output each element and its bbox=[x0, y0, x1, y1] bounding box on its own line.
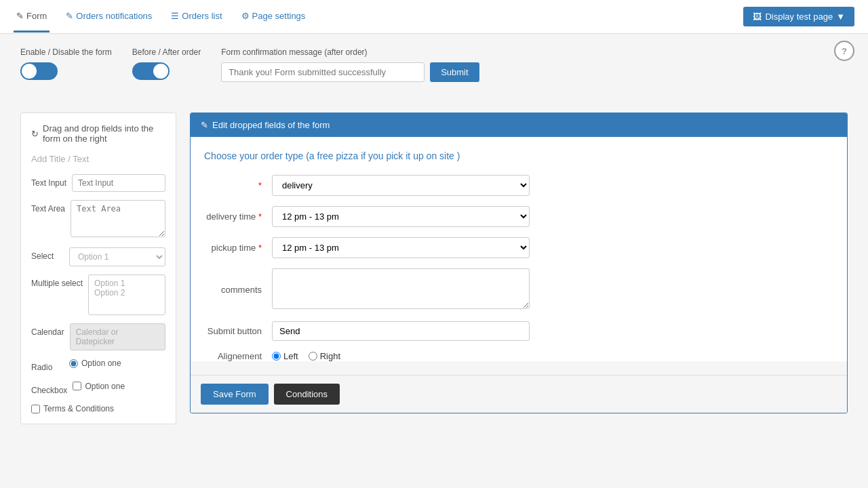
before-after-label: Before / After order bbox=[132, 47, 201, 57]
submit-confirm-button[interactable]: Submit bbox=[430, 62, 479, 82]
select-input[interactable]: Option 1 bbox=[69, 247, 165, 266]
text-input[interactable] bbox=[72, 174, 165, 192]
monitor-icon: 🖼 bbox=[753, 12, 762, 22]
radio-field-row: Radio Option one bbox=[31, 359, 165, 373]
display-test-page-button[interactable]: 🖼 Display test page ▼ bbox=[743, 7, 854, 26]
form-desc-start: Choose your order type (a free pizza bbox=[204, 150, 361, 161]
radio-option: Option one bbox=[69, 359, 165, 368]
right-panel-header: ✎ Edit dropped fields of the form bbox=[191, 113, 847, 137]
radio-label: Radio bbox=[31, 359, 64, 373]
panels-container: ↻ Drag and drop fields into the form on … bbox=[20, 113, 848, 424]
checkbox-input[interactable] bbox=[73, 382, 81, 390]
text-area-control bbox=[71, 200, 165, 239]
multiple-select-label: Multiple select bbox=[31, 274, 83, 289]
nav-form-label: Form bbox=[26, 11, 47, 21]
before-after-toggle-group: Before / After order bbox=[132, 47, 201, 80]
add-title-text: Add Title / Text bbox=[31, 154, 165, 164]
multiple-select-control: Option 1 Option 2 bbox=[88, 274, 165, 315]
delivery-time-row: delivery time * 12 pm - 13 pm 13 pm - 14… bbox=[204, 206, 833, 227]
order-type-label: * bbox=[204, 180, 272, 190]
nav-orders-list[interactable]: ☰ Orders list bbox=[168, 1, 224, 33]
toggle-knob-2 bbox=[153, 64, 168, 79]
radio-label-text: Radio bbox=[31, 363, 52, 372]
comments-label: comments bbox=[204, 285, 272, 295]
confirmation-label: Form confirmation message (after order) bbox=[221, 47, 479, 57]
nav-orders-list-label: Orders list bbox=[182, 11, 222, 21]
confirmation-message-input[interactable] bbox=[221, 62, 425, 82]
select-field-row: Select Option 1 bbox=[31, 247, 165, 266]
pickup-time-control: 12 pm - 13 pm 13 pm - 14 pm bbox=[272, 237, 530, 258]
text-area-label-text: Text Area bbox=[31, 204, 65, 214]
confirmation-section: Form confirmation message (after order) … bbox=[221, 47, 479, 82]
main-content: Enable / Disable the form Before / After… bbox=[0, 34, 868, 438]
left-panel: ↻ Drag and drop fields into the form on … bbox=[20, 113, 176, 424]
drag-icon: ↻ bbox=[31, 129, 39, 139]
controls-row: Enable / Disable the form Before / After… bbox=[20, 47, 848, 96]
checkbox-label-text: Checkbox bbox=[31, 386, 67, 395]
align-right-label: Right bbox=[320, 351, 340, 361]
alignment-row: Alignement Left Right bbox=[204, 351, 833, 361]
form-description: Choose your order type (a free pizza if … bbox=[204, 150, 833, 161]
top-navigation: ✎ Form ✎ Orders notifications ☰ Orders l… bbox=[0, 0, 868, 34]
checkbox-control: Option one bbox=[73, 382, 165, 391]
left-panel-title: ↻ Drag and drop fields into the form on … bbox=[31, 123, 165, 144]
nav-orders-notifications-label: Orders notifications bbox=[76, 11, 152, 21]
align-left-radio[interactable] bbox=[272, 352, 281, 361]
required-star: * bbox=[258, 180, 262, 190]
terms-row: Terms & Conditions bbox=[31, 404, 165, 413]
checkbox-field-row: Checkbox Option one bbox=[31, 382, 165, 396]
submit-button-input[interactable] bbox=[272, 321, 530, 341]
orders-notifications-icon: ✎ bbox=[66, 11, 73, 21]
nav-page-settings-label: Page settings bbox=[252, 11, 306, 21]
terms-label: Terms & Conditions bbox=[43, 404, 114, 413]
comments-control bbox=[272, 268, 530, 311]
text-area-field-row: Text Area bbox=[31, 200, 165, 239]
order-type-row: * delivery pickup bbox=[204, 175, 833, 196]
terms-checkbox[interactable] bbox=[31, 405, 40, 413]
left-panel-title-text: Drag and drop fields into the form on th… bbox=[43, 123, 165, 144]
delivery-required: * bbox=[258, 211, 262, 222]
multiple-select-field-row: Multiple select Option 1 Option 2 bbox=[31, 274, 165, 315]
comments-textarea[interactable] bbox=[272, 268, 530, 309]
text-area-input[interactable] bbox=[71, 200, 165, 237]
radio-input[interactable] bbox=[69, 359, 78, 368]
orders-list-icon: ☰ bbox=[171, 11, 179, 21]
calendar-field-row: Calendar Calendar or Datepicker bbox=[31, 323, 165, 350]
conditions-button[interactable]: Conditions bbox=[274, 384, 340, 405]
checkbox-option-label: Option one bbox=[85, 382, 125, 391]
pickup-time-select[interactable]: 12 pm - 13 pm 13 pm - 14 pm bbox=[272, 237, 530, 258]
enable-disable-label: Enable / Disable the form bbox=[20, 47, 112, 57]
align-right-radio[interactable] bbox=[309, 352, 317, 361]
help-icon[interactable]: ? bbox=[834, 41, 854, 61]
radio-control: Option one bbox=[69, 359, 165, 368]
multi-option-1: Option 1 bbox=[94, 279, 159, 288]
delivery-time-select[interactable]: 12 pm - 13 pm 13 pm - 14 pm bbox=[272, 206, 530, 227]
help-icon-label: ? bbox=[842, 46, 847, 56]
calendar-label: Calendar bbox=[31, 323, 64, 338]
pickup-required: * bbox=[258, 243, 262, 253]
multi-option-2: Option 2 bbox=[94, 288, 159, 298]
calendar-input[interactable]: Calendar or Datepicker bbox=[70, 323, 165, 350]
right-panel-body: Choose your order type (a free pizza if … bbox=[191, 137, 847, 361]
nav-form[interactable]: ✎ Form bbox=[14, 1, 50, 33]
align-right-option[interactable]: Right bbox=[309, 351, 340, 361]
alignment-label: Alignement bbox=[204, 351, 272, 361]
pickup-time-row: pickup time * 12 pm - 13 pm 13 pm - 14 p… bbox=[204, 237, 833, 258]
align-left-option[interactable]: Left bbox=[272, 351, 298, 361]
enable-disable-toggle[interactable] bbox=[20, 62, 58, 80]
checkbox-label: Checkbox bbox=[31, 382, 67, 396]
form-icon: ✎ bbox=[16, 11, 24, 21]
right-panel: ✎ Edit dropped fields of the form Choose… bbox=[190, 113, 848, 413]
multiple-select-input[interactable]: Option 1 Option 2 bbox=[88, 274, 165, 315]
comments-row: comments bbox=[204, 268, 833, 311]
text-input-label-text: Text Input bbox=[31, 178, 66, 188]
align-left-label: Left bbox=[283, 351, 298, 361]
nav-page-settings[interactable]: ⚙ Page settings bbox=[239, 1, 309, 33]
form-desc-end: ) bbox=[457, 150, 460, 161]
nav-orders-notifications[interactable]: ✎ Orders notifications bbox=[63, 1, 155, 33]
text-input-field-row: Text Input bbox=[31, 174, 165, 192]
order-type-select[interactable]: delivery pickup bbox=[272, 175, 530, 196]
before-after-toggle[interactable] bbox=[132, 62, 170, 80]
submit-button-row: Submit button bbox=[204, 321, 833, 341]
save-form-button[interactable]: Save Form bbox=[201, 384, 269, 405]
